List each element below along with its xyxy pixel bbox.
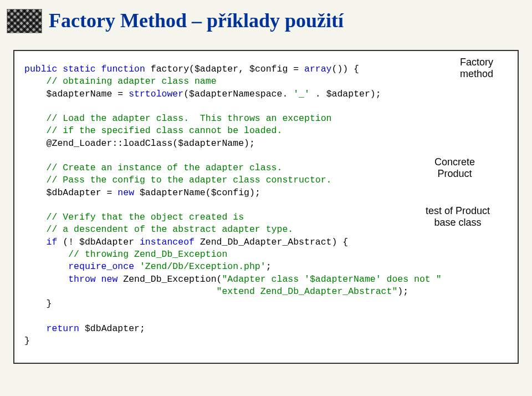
code-text: $adapterName($config); xyxy=(134,187,260,198)
code-comment: // Load the adapter class. This throws a… xyxy=(24,113,332,124)
code-comment: // a descendent of the abstract adapter … xyxy=(24,224,293,235)
code-text: ); xyxy=(397,286,408,297)
code-comment: // Verify that the object created is xyxy=(24,212,244,222)
page-title: Factory Method – příklady použití xyxy=(49,9,344,32)
code-text: $dbAdapter = xyxy=(24,187,117,198)
logo-icon xyxy=(7,9,42,33)
code-text: } xyxy=(24,336,30,346)
code-text: ; xyxy=(266,261,272,272)
code-string: "extend Zend_Db_Adapter_Abstract" xyxy=(24,286,397,297)
code-text: factory($adapter, $config = xyxy=(151,64,304,74)
code-keyword: array xyxy=(304,64,332,74)
code-comment: // throwing Zend_Db_Exception xyxy=(24,249,227,260)
code-string: '_' xyxy=(293,89,310,99)
code-text: (! $dbAdapter xyxy=(57,237,140,247)
annotation-text: Factory xyxy=(460,57,493,68)
code-comment: // obtaining adapter class name xyxy=(24,76,217,87)
code-text: ()) { xyxy=(332,64,360,74)
annotation-text: base class xyxy=(434,217,482,228)
code-keyword: instanceof xyxy=(140,237,195,247)
code-text: $adapterName = xyxy=(24,89,129,99)
annotation-concrete-product: Concrete Product xyxy=(434,156,475,179)
code-text: $dbAdapter; xyxy=(79,323,145,334)
annotation-text: method xyxy=(460,68,493,79)
code-string: 'Zend/Db/Exception.php' xyxy=(140,261,266,272)
code-keyword: require_once xyxy=(24,261,140,272)
code-comment: // if the specified class cannot be load… xyxy=(24,125,282,136)
code-text: Zend_Db_Exception( xyxy=(117,274,222,285)
code-keyword: public static function xyxy=(24,64,151,74)
code-text: @Zend_Loader::loadClass($adapterName); xyxy=(24,138,255,149)
code-text: . $adapter); xyxy=(310,89,381,99)
code-keyword: return xyxy=(24,323,79,334)
code-text: Zend_Db_Adapter_Abstract) { xyxy=(195,237,348,247)
code-keyword: if xyxy=(24,237,57,247)
annotation-test-of-product: test of Product base class xyxy=(426,205,490,228)
annotation-factory-method: Factory method xyxy=(460,57,493,79)
code-keyword: strtolower xyxy=(129,89,183,99)
code-text: ($adapterNamespace. xyxy=(183,89,293,99)
code-comment: // Create an instance of the adapter cla… xyxy=(24,163,282,173)
code-comment: // Pass the config to the adapter class … xyxy=(24,175,332,185)
code-keyword: throw new xyxy=(24,274,117,285)
code-text: } xyxy=(24,298,52,309)
annotation-text: test of Product xyxy=(426,205,490,216)
annotation-text: Product xyxy=(438,168,472,179)
code-keyword: new xyxy=(117,187,134,198)
annotation-text: Concrete xyxy=(434,156,475,167)
code-string: "Adapter class '$adapterName' does not " xyxy=(222,274,441,285)
